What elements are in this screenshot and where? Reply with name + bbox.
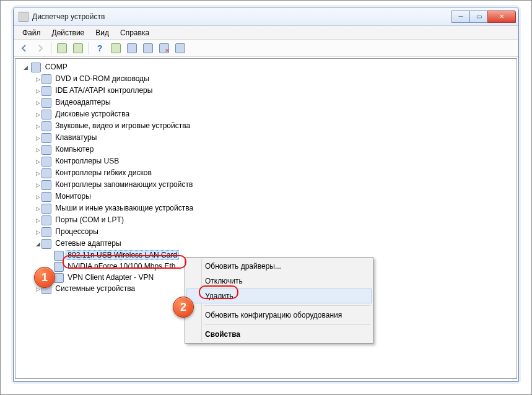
context-menu-disable[interactable]: Отключить [186,274,372,289]
tree-category-10-label[interactable]: Мониторы [53,191,92,201]
tree-category-12-label[interactable]: Порты (COM и LPT) [53,215,126,225]
tree-category-11[interactable]: ▷ Мыши и иные указывающие устройства [34,202,514,214]
expand-icon[interactable]: ▷ [34,109,41,120]
tree-category-9[interactable]: ▷ Контроллеры запоминающих устройств [34,179,514,191]
device-category-icon [41,168,51,178]
menu-action[interactable]: Действие [47,27,90,38]
maximize-button[interactable]: ▭ [469,11,488,23]
tree-category-8[interactable]: ▷ Контроллеры гибких дисков [34,167,514,179]
device-category-icon [41,157,51,167]
tree-category-10[interactable]: ▷ Мониторы [34,191,514,202]
tree-category-6[interactable]: ▷ Компьютер [34,144,514,155]
menubar: Файл Действие Вид Справка [14,26,518,40]
app-icon [19,12,28,22]
close-button[interactable]: ✕ [487,11,516,23]
tree-category-6-label[interactable]: Компьютер [53,144,95,154]
device-category-icon [41,86,51,96]
annotation-callout-2: 2 [173,297,194,318]
tree-category-3[interactable]: ▷ Дисковые устройства [34,108,514,120]
tree-system-devices-label[interactable]: Системные устройства [53,284,137,293]
device-category-icon [41,215,51,225]
toolbar-show-hidden-icon[interactable] [55,41,69,55]
context-menu-separator [204,305,370,306]
network-adapter-nvidia-label[interactable]: NVIDIA nForce 10/100 Mbps Eth [66,261,177,271]
menu-help[interactable]: Справка [115,27,154,38]
back-button[interactable] [17,41,31,55]
tree-category-13[interactable]: ▷ Процессоры [34,226,514,238]
tree-category-2-label[interactable]: Видеоадаптеры [53,97,112,107]
context-menu-properties[interactable]: Свойства [186,327,372,342]
network-adapter-vpn-label[interactable]: VPN Client Adapter - VPN [66,272,155,282]
expand-icon[interactable]: ▷ [34,215,41,226]
expand-icon[interactable]: ▷ [34,132,41,144]
device-category-icon [41,133,51,143]
annotation-callout-1: 1 [34,267,55,288]
expand-icon[interactable]: ▷ [34,97,41,108]
toolbar-disable-icon[interactable] [141,41,155,55]
computer-icon [31,63,41,72]
toolbar-scan-icon[interactable] [109,41,123,55]
minimize-button[interactable]: ─ [451,11,470,23]
tree-category-1[interactable]: ▷ IDE ATA/ATAPI контроллеры [34,85,514,97]
toolbar-update-driver-icon[interactable] [125,41,139,55]
tree-category-11-label[interactable]: Мыши и иные указывающие устройства [53,203,195,213]
tree-category-13-label[interactable]: Процессоры [53,227,100,237]
device-category-icon [41,180,51,190]
tree-category-2[interactable]: ▷ Видеоадаптеры [34,97,514,108]
expand-icon[interactable]: ▷ [34,203,41,214]
tree-category-7-label[interactable]: Контроллеры USB [53,156,121,166]
expand-icon[interactable]: ▷ [34,121,41,132]
tree-category-7[interactable]: ▷ Контроллеры USB [34,155,514,167]
context-menu-rescan[interactable]: Обновить конфигурацию оборудования [186,308,372,323]
tree-category-3-label[interactable]: Дисковые устройства [53,109,131,119]
network-adapter-wireless-label[interactable]: 802.11n USB Wireless LAN Card [66,250,179,260]
tree-category-1-label[interactable]: IDE ATA/ATAPI контроллеры [53,85,154,95]
expand-icon[interactable]: ▷ [34,85,41,97]
device-category-icon [41,121,51,131]
expand-icon[interactable]: ▷ [34,74,41,85]
expand-icon[interactable]: ▷ [34,156,41,167]
tree-category-9-label[interactable]: Контроллеры запоминающих устройств [53,180,194,189]
tree-category-5[interactable]: ▷ Клавиатуры [34,132,514,144]
window-frame: Диспетчер устройств ─ ▭ ✕ Файл Действие … [0,0,532,395]
context-menu-update-drivers[interactable]: Обновить драйверы... [186,259,372,274]
device-category-icon [41,227,51,237]
toolbar-separator [51,42,51,54]
tree-category-4[interactable]: ▷ Звуковые, видео и игровые устройства [34,120,514,132]
expand-icon[interactable]: ▷ [34,168,41,179]
expand-icon[interactable]: ▷ [34,180,41,191]
device-category-icon [41,98,51,108]
device-category-icon [41,204,51,214]
toolbar-refresh-icon[interactable] [173,41,187,55]
device-category-icon [54,273,64,283]
network-adapters-icon [41,239,51,249]
network-adapters-label[interactable]: Сетевые адаптеры [53,238,123,248]
collapse-icon[interactable]: ◢ [34,238,41,250]
titlebar[interactable]: Диспетчер устройств ─ ▭ ✕ [14,7,518,26]
menu-view[interactable]: Вид [90,27,114,38]
context-menu: Обновить драйверы... Отключить Удалить О… [185,257,373,344]
device-category-icon [54,262,64,272]
tree-category-0[interactable]: ▷ DVD и CD-ROM дисководы [34,73,514,85]
root-label[interactable]: COMP [43,62,69,72]
device-category-icon [41,192,51,202]
device-category-icon [41,145,51,155]
expand-icon[interactable]: ▷ [34,191,41,202]
expand-icon[interactable]: ▷ [34,227,41,238]
toolbar-properties-icon[interactable] [71,41,85,55]
collapse-icon[interactable]: ◢ [22,62,29,73]
forward-button[interactable] [33,41,47,55]
context-menu-delete[interactable]: Удалить [186,289,372,303]
tree-category-0-label[interactable]: DVD и CD-ROM дисководы [53,74,150,84]
window-title: Диспетчер устройств [32,12,452,21]
device-category-icon [41,74,51,84]
toolbar-help-icon[interactable]: ? [93,41,107,55]
toolbar-uninstall-icon[interactable]: ✕ [157,41,171,55]
tree-category-8-label[interactable]: Контроллеры гибких дисков [53,168,154,178]
tree-category-5-label[interactable]: Клавиатуры [53,132,98,142]
expand-icon[interactable]: ▷ [34,144,41,155]
menu-file[interactable]: Файл [17,27,46,38]
tree-category-12[interactable]: ▷ Порты (COM и LPT) [34,214,514,226]
device-category-icon [41,110,51,119]
tree-category-4-label[interactable]: Звуковые, видео и игровые устройства [53,121,192,131]
